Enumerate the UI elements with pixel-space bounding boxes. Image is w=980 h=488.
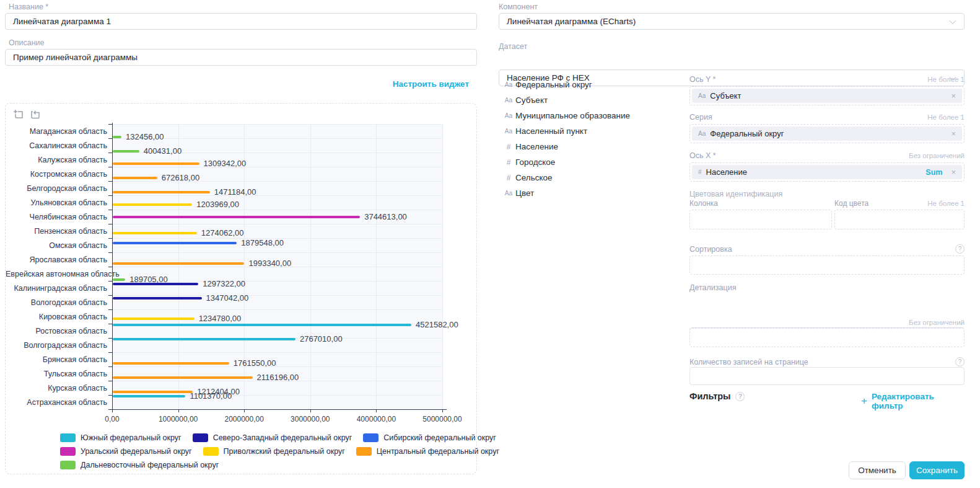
bar[interactable] <box>113 191 210 193</box>
legend-item[interactable]: Дальневосточный федеральный округ <box>60 461 219 469</box>
dataset-field-name: Муниципальное образование <box>515 111 630 120</box>
y-axis-label: Курская область <box>6 383 107 394</box>
bar-value-label: 1274062,00 <box>201 228 244 239</box>
bar[interactable] <box>113 376 253 379</box>
gridline <box>442 124 443 409</box>
configure-widget-link[interactable]: Настроить виджет <box>5 79 469 89</box>
y-axis-label: Пензенская область <box>6 226 107 237</box>
bar[interactable] <box>113 395 185 397</box>
bar[interactable] <box>113 177 157 179</box>
data-zoom-icon[interactable] <box>13 109 24 123</box>
bar[interactable] <box>113 324 411 326</box>
series-chip[interactable]: Аа Федеральный округ × <box>692 126 962 141</box>
color-column-dropzone[interactable] <box>689 210 832 229</box>
dataset-field-name: Цвет <box>515 189 534 198</box>
series-dropzone[interactable]: Аа Федеральный округ × <box>689 124 965 143</box>
dataset-field-item[interactable]: АаМуниципальное образование <box>502 108 681 123</box>
page-size-input[interactable] <box>689 367 965 385</box>
description-input[interactable]: Пример линейчатой диаграммы <box>5 49 477 66</box>
bar-value-label: 1347042,00 <box>206 293 249 304</box>
x-axis-tick-label: 2000000,00 <box>214 415 274 424</box>
bar[interactable] <box>113 391 193 393</box>
legend-swatch <box>60 433 76 442</box>
axis-y-dropzone[interactable]: Аа Субъект × <box>689 86 965 105</box>
component-select[interactable]: Линейчатая диаграмма (ECharts) <box>499 13 965 30</box>
x-axis-tick-label: 4000000,00 <box>346 415 406 424</box>
field-type-text-icon: Аа <box>502 81 515 88</box>
y-axis-label: Вологодская область <box>6 297 107 308</box>
bar[interactable] <box>113 216 360 218</box>
dataset-field-item[interactable]: АаФедеральный округ <box>502 77 681 92</box>
cancel-button[interactable]: Отменить <box>849 461 906 479</box>
y-axis-label: Калининградская область <box>6 283 107 294</box>
bar[interactable] <box>113 283 198 285</box>
remove-icon[interactable]: × <box>951 129 956 138</box>
restore-icon[interactable] <box>30 109 41 123</box>
y-axis-label: Кировская область <box>6 311 107 322</box>
legend-item[interactable]: Центральный федеральный округ <box>356 447 499 456</box>
plus-icon: + <box>861 395 867 407</box>
bar[interactable] <box>113 136 121 138</box>
field-type-text-icon: Аа <box>502 128 515 135</box>
bar[interactable] <box>113 150 139 153</box>
x-axis-tick <box>442 409 443 412</box>
y-axis-tick <box>108 295 112 296</box>
gridline <box>310 124 311 409</box>
bar-value-label: 1297322,00 <box>203 278 245 290</box>
legend-item[interactable]: Уральский федеральный округ <box>60 447 192 456</box>
chart-toolbox <box>13 109 41 123</box>
name-input[interactable]: Линейчатая диаграмма 1 <box>5 13 477 30</box>
dataset-field-item[interactable]: #Городское <box>502 154 681 170</box>
color-code-dropzone[interactable] <box>834 210 965 229</box>
bar[interactable] <box>113 297 202 299</box>
save-button[interactable]: Сохранить <box>909 461 965 479</box>
legend-swatch <box>60 447 76 456</box>
bar[interactable] <box>113 203 192 206</box>
bar-value-label: 1879548,00 <box>241 237 284 249</box>
y-axis-tick <box>108 381 112 381</box>
bar[interactable] <box>113 242 237 244</box>
bar[interactable] <box>113 278 125 281</box>
axis-y-chip[interactable]: Аа Субъект × <box>692 89 962 103</box>
help-icon[interactable]: ? <box>735 392 745 401</box>
bar[interactable] <box>113 338 295 340</box>
field-type-text-icon: Аа <box>502 112 515 119</box>
dataset-field-item[interactable]: #Сельское <box>502 170 681 185</box>
legend-item[interactable]: Северо-Западный федеральный округ <box>193 433 352 442</box>
remove-icon[interactable]: × <box>951 167 956 177</box>
help-icon[interactable]: ? <box>955 357 965 366</box>
x-axis-tick <box>112 409 113 412</box>
sorting-dropzone[interactable] <box>689 255 965 275</box>
bar-value-label: 1203969,00 <box>196 199 239 210</box>
dataset-field-item[interactable]: АаЦвет <box>502 185 681 201</box>
legend-swatch <box>193 433 208 442</box>
bar-value-label: 1993340,00 <box>248 258 291 269</box>
y-axis-line <box>112 123 113 409</box>
y-axis-label: Тульская область <box>6 368 107 379</box>
y-axis-tick <box>108 267 112 267</box>
axis-x-chip[interactable]: # Население Sum × <box>692 165 962 179</box>
dataset-field-name: Субъект <box>515 95 548 105</box>
dataset-field-item[interactable]: АаНаселенный пункт <box>502 123 681 139</box>
bar[interactable] <box>113 317 195 320</box>
edit-filter-link[interactable]: + Редактировать фильтр <box>861 392 965 410</box>
legend-item[interactable]: Приволжский федеральный округ <box>203 447 345 456</box>
help-icon[interactable]: ? <box>955 244 965 254</box>
limitless-dropzone[interactable] <box>689 328 965 347</box>
component-select-value: Линейчатая диаграмма (ECharts) <box>507 17 636 26</box>
y-axis-tick <box>108 181 112 182</box>
legend-item[interactable]: Сибирский федеральный округ <box>363 433 496 442</box>
bar[interactable] <box>113 162 199 165</box>
dataset-field-item[interactable]: АаСубъект <box>502 92 681 108</box>
axis-x-dropzone[interactable]: # Население Sum × <box>689 162 965 182</box>
y-axis-label: Ярославская область <box>6 254 107 265</box>
dataset-field-item[interactable]: #Население <box>502 139 681 154</box>
bar[interactable] <box>113 232 197 234</box>
legend-item[interactable]: Южный федеральный округ <box>60 433 182 442</box>
bar[interactable] <box>113 262 244 265</box>
bar[interactable] <box>113 362 229 365</box>
field-type-text-icon: Аа <box>698 130 706 137</box>
aggregation-sum-badge[interactable]: Sum <box>925 168 942 177</box>
legend-label: Южный федеральный округ <box>81 433 182 442</box>
remove-icon[interactable]: × <box>951 91 956 100</box>
